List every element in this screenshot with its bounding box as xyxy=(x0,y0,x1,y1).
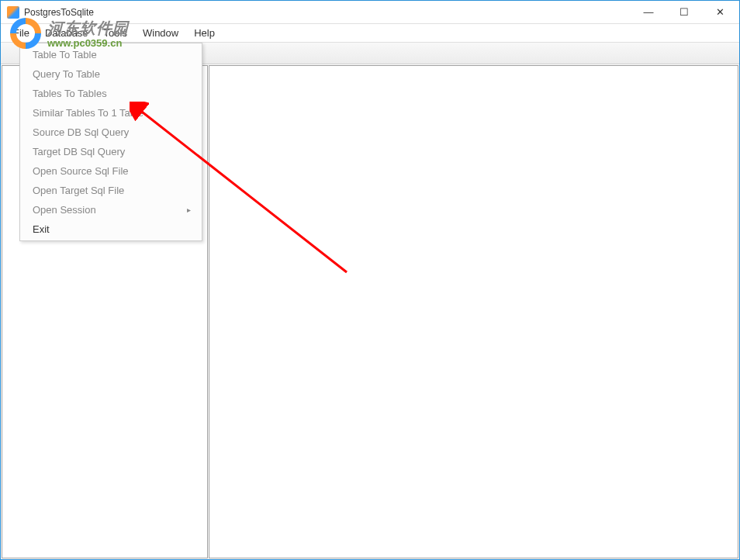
window-controls: — ☐ ✕ xyxy=(631,1,738,24)
menu-item-label: Exit xyxy=(33,223,50,235)
menu-item-source-db-sql[interactable]: Source DB Sql Query xyxy=(22,123,200,142)
menu-item-target-db-sql[interactable]: Target DB Sql Query xyxy=(22,142,200,161)
menu-item-label: Table To Table xyxy=(33,49,97,60)
menu-item-open-source-sql-file[interactable]: Open Source Sql File xyxy=(22,161,200,181)
menu-item-label: Target DB Sql Query xyxy=(33,146,125,157)
titlebar: PostgresToSqlite — ☐ ✕ xyxy=(1,1,739,24)
right-panel xyxy=(209,65,738,558)
menu-item-label: Similar Tables To 1 Table xyxy=(33,107,144,119)
menu-item-tables-to-tables[interactable]: Tables To Tables xyxy=(22,84,200,103)
menu-item-label: Open Session xyxy=(33,204,96,216)
menu-help[interactable]: Help xyxy=(186,26,223,40)
menu-item-label: Query To Table xyxy=(33,68,100,80)
window-title: PostgresToSqlite xyxy=(24,7,631,18)
menu-tools[interactable]: Tools xyxy=(96,26,135,40)
menu-item-query-to-table[interactable]: Query To Table xyxy=(22,64,200,84)
menu-database[interactable]: Database xyxy=(37,26,96,40)
menubar: File Database Tools Window Help xyxy=(1,24,739,43)
file-dropdown-menu: Table To Table Query To Table Tables To … xyxy=(19,43,202,241)
menu-item-label: Open Source Sql File xyxy=(33,165,129,177)
app-icon xyxy=(7,6,19,19)
menu-file[interactable]: File xyxy=(5,26,37,40)
minimize-button[interactable]: — xyxy=(631,1,666,24)
menu-item-label: Tables To Tables xyxy=(33,88,107,99)
menu-item-open-session[interactable]: Open Session ▸ xyxy=(22,200,200,220)
maximize-button[interactable]: ☐ xyxy=(666,1,702,24)
close-button[interactable]: ✕ xyxy=(702,1,738,24)
menu-item-label: Source DB Sql Query xyxy=(33,126,129,138)
chevron-right-icon: ▸ xyxy=(187,206,191,214)
menu-item-table-to-table[interactable]: Table To Table xyxy=(22,45,200,64)
menu-item-label: Open Target Sql File xyxy=(33,185,124,196)
menu-item-open-target-sql-file[interactable]: Open Target Sql File xyxy=(22,181,200,200)
menu-item-exit[interactable]: Exit xyxy=(22,220,200,239)
menu-window[interactable]: Window xyxy=(135,26,186,40)
menu-item-similar-tables[interactable]: Similar Tables To 1 Table xyxy=(22,103,200,123)
